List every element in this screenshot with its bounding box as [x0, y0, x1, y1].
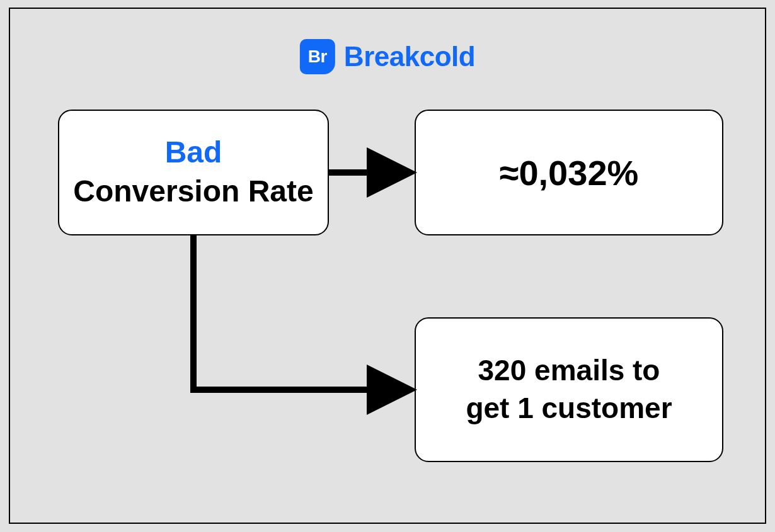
emails-line1: 320 emails to	[478, 352, 660, 390]
diagram-frame: Br Breakcold Bad Conversion Rate ≈0,032%…	[9, 8, 766, 524]
box-emails-per-customer: 320 emails to get 1 customer	[415, 317, 723, 462]
brand-logo: Br Breakcold	[300, 39, 475, 74]
emails-line2: get 1 customer	[466, 390, 672, 427]
brand-badge-text: Br	[308, 47, 327, 67]
label-bad: Bad	[165, 136, 222, 169]
label-conversion-rate: Conversion Rate	[73, 173, 313, 210]
value-percentage: ≈0,032%	[500, 152, 639, 193]
box-bad-conversion-rate: Bad Conversion Rate	[58, 110, 329, 235]
brand-name: Breakcold	[344, 41, 475, 72]
brand-badge-icon: Br	[300, 39, 335, 74]
box-percentage: ≈0,032%	[415, 110, 723, 235]
